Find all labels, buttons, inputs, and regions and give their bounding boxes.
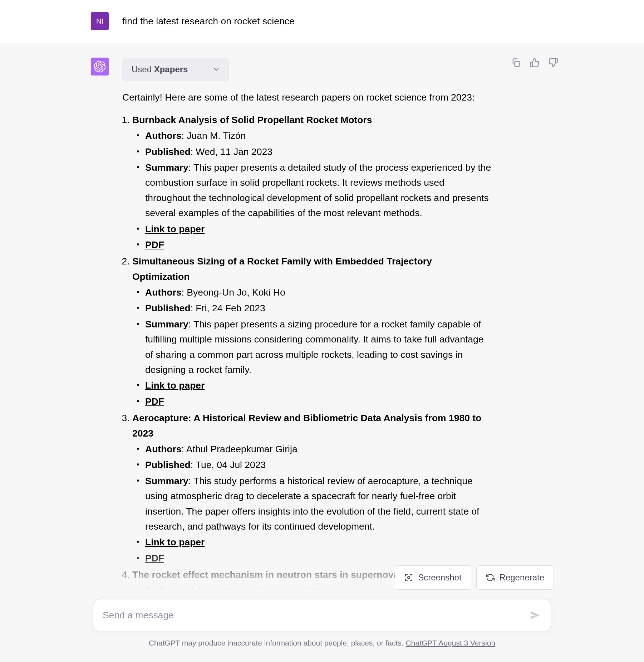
paper-pdf-row: PDF xyxy=(145,551,491,566)
regenerate-label: Regenerate xyxy=(500,571,544,584)
message-input[interactable] xyxy=(103,610,529,621)
regenerate-button[interactable]: Regenerate xyxy=(476,565,554,590)
paper-link-row: Link to paper xyxy=(145,378,491,393)
paper-authors: Authors: Athul Pradeepkumar Girija xyxy=(145,442,491,457)
tool-used-label: Used Xpapers xyxy=(132,63,188,76)
assistant-message-row: Used Xpapers Certainly! Here are some of… xyxy=(0,43,644,662)
paper-link[interactable]: Link to paper xyxy=(145,380,205,391)
user-message-text: find the latest research on rocket scien… xyxy=(122,14,295,29)
chevron-down-icon xyxy=(213,66,220,73)
paper-item: Aerocapture: A Historical Review and Bib… xyxy=(132,410,491,566)
copy-icon[interactable] xyxy=(511,58,521,68)
paper-summary: Summary: This paper presents a detailed … xyxy=(145,160,491,221)
disclaimer: ChatGPT may produce inaccurate informati… xyxy=(0,637,644,649)
paper-link[interactable]: Link to paper xyxy=(145,224,205,234)
paper-pdf-link[interactable]: PDF xyxy=(145,239,164,250)
message-action-bar xyxy=(511,58,558,68)
paper-title: Aerocapture: A Historical Review and Bib… xyxy=(132,410,491,441)
paper-item: Burnback Analysis of Solid Propellant Ro… xyxy=(132,112,491,253)
paper-title: Simultaneous Sizing of a Rocket Family w… xyxy=(132,254,491,284)
assistant-avatar xyxy=(91,58,109,76)
paper-published: Published: Tue, 04 Jul 2023 xyxy=(145,457,491,472)
screenshot-button[interactable]: Screenshot xyxy=(395,565,471,590)
paper-authors: Authors: Byeong-Un Jo, Koki Ho xyxy=(145,285,491,300)
screenshot-label: Screenshot xyxy=(418,571,461,584)
message-input-bar[interactable] xyxy=(93,599,551,631)
paper-pdf-row: PDF xyxy=(145,237,491,252)
paper-authors: Authors: Juan M. Tizón xyxy=(145,128,491,143)
regenerate-icon xyxy=(486,573,495,582)
paper-link-row: Link to paper xyxy=(145,535,491,550)
paper-link[interactable]: Link to paper xyxy=(145,537,205,547)
svg-point-1 xyxy=(408,576,410,579)
assistant-body: Certainly! Here are some of the latest r… xyxy=(91,81,491,598)
version-link[interactable]: ChatGPT August 3 Version xyxy=(406,639,496,647)
paper-pdf-row: PDF xyxy=(145,394,491,409)
thumbs-down-icon[interactable] xyxy=(548,58,558,68)
intro-text: Certainly! Here are some of the latest r… xyxy=(122,90,491,105)
paper-pdf-link[interactable]: PDF xyxy=(145,396,164,407)
send-icon[interactable] xyxy=(529,609,541,621)
thumbs-up-icon[interactable] xyxy=(530,58,540,68)
paper-link-row: Link to paper xyxy=(145,222,491,237)
paper-summary: Summary: This study performs a historica… xyxy=(145,473,491,534)
tool-used-badge[interactable]: Used Xpapers xyxy=(122,58,229,81)
paper-published: Published: Wed, 11 Jan 2023 xyxy=(145,144,491,159)
screenshot-icon xyxy=(404,573,413,582)
user-avatar: NI xyxy=(91,12,109,30)
paper-summary: Summary: This paper presents a sizing pr… xyxy=(145,317,491,378)
paper-pdf-link[interactable]: PDF xyxy=(145,553,164,564)
disclaimer-text: ChatGPT may produce inaccurate informati… xyxy=(149,639,406,647)
user-message-row: NI find the latest research on rocket sc… xyxy=(0,0,644,43)
paper-item: Simultaneous Sizing of a Rocket Family w… xyxy=(132,254,491,409)
svg-rect-0 xyxy=(515,62,520,67)
paper-published: Published: Fri, 24 Feb 2023 xyxy=(145,301,491,316)
paper-title: Burnback Analysis of Solid Propellant Ro… xyxy=(132,112,491,127)
